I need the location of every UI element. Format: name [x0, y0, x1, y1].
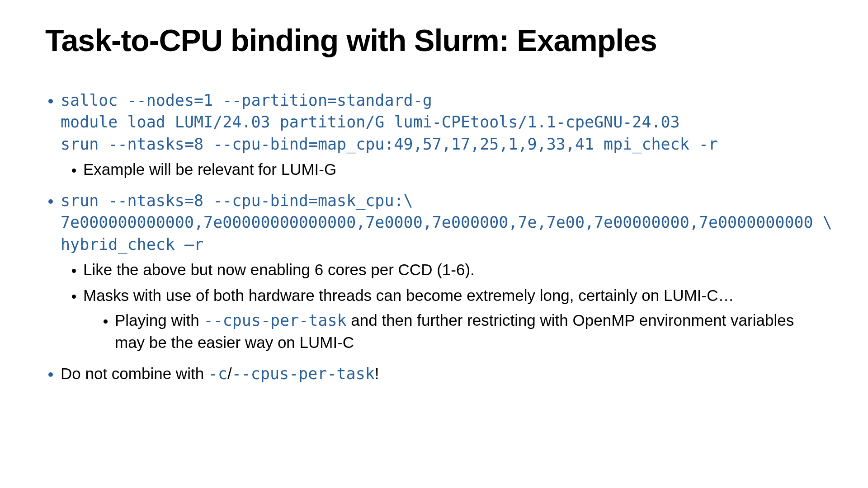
slide-title: Task-to-CPU binding with Slurm: Examples — [45, 23, 823, 58]
bullet-2: srun --ntasks=8 --cpu-bind=mask_cpu:\ 7e… — [61, 190, 823, 353]
text: Like the above but now enabling 6 cores … — [83, 261, 475, 278]
bullet-2-1: Like the above but now enabling 6 cores … — [83, 259, 823, 280]
code-block-2: srun --ntasks=8 --cpu-bind=mask_cpu:\ 7e… — [61, 192, 832, 253]
bullet-1: salloc --nodes=1 --partition=standard-g … — [61, 89, 823, 180]
bullet-2-2: Masks with use of both hardware threads … — [83, 285, 823, 353]
bullet-1-1: Example will be relevant for LUMI-G — [83, 159, 823, 180]
bullet-2-2-1: Playing with --cpus-per-task and then fu… — [115, 310, 823, 353]
slide: Task-to-CPU binding with Slurm: Examples… — [0, 0, 868, 488]
code-block-1: salloc --nodes=1 --partition=standard-g … — [61, 91, 718, 153]
text-mid: / — [227, 365, 232, 382]
text-post: ! — [375, 365, 379, 382]
text-pre: Do not combine with — [61, 365, 208, 382]
text: Example will be relevant for LUMI-G — [83, 160, 336, 178]
code-inline-cpus: --cpus-per-task — [232, 365, 375, 383]
code-inline-c: -c — [208, 365, 227, 383]
bullet-list: salloc --nodes=1 --partition=standard-g … — [45, 89, 823, 385]
bullet-3: Do not combine with -c/--cpus-per-task! — [61, 363, 823, 385]
text: Masks with use of both hardware threads … — [83, 286, 734, 304]
code-inline: --cpus-per-task — [203, 311, 346, 329]
text-pre: Playing with — [115, 311, 203, 329]
